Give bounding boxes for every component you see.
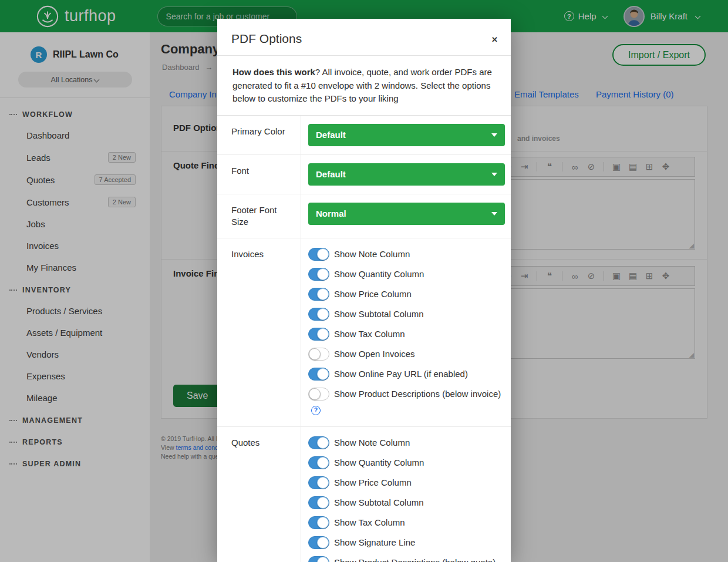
show-subtotal-column-toggle[interactable] [308,496,329,509]
toggle-label: Show Price Column [334,289,412,299]
intro-bold: How does this work [232,67,315,77]
footer-font-size-row: Footer Font Size Normal [217,194,511,239]
invoices-label: Invoices [217,238,301,426]
toggle-knob [317,437,329,449]
show-open-invoices-toggle[interactable] [308,348,329,361]
toggle-label: Show Open Invoices [334,349,415,359]
toggle-row: Show Subtotal Column [308,307,505,321]
pdf-options-modal: PDF Options ✕ How does this work? All in… [217,19,511,562]
toggle-label: Show Tax Column [334,329,405,339]
show-online-pay-url-toggle[interactable] [308,368,329,381]
toggle-row: Show Product Descriptions (below quote) … [308,556,505,562]
toggle-label: Show Quantity Column [334,269,424,279]
primary-color-label: Primary Color [217,116,301,154]
show-price-column-toggle[interactable] [308,476,329,489]
show-note-column-toggle[interactable] [308,436,329,449]
modal-intro: How does this work? All invoice, quote, … [217,56,511,116]
toggle-knob [317,517,329,529]
toggle-knob [317,268,329,280]
footer-font-size-select[interactable]: Normal [308,203,505,225]
selected-value: Default [316,130,346,140]
show-tax-column-toggle[interactable] [308,328,329,341]
toggle-row: Show Subtotal Column [308,496,505,509]
footer-font-size-label: Footer Font Size [217,194,301,238]
toggle-knob [317,477,329,489]
show-tax-column-toggle[interactable] [308,516,329,529]
show-quantity-column-toggle[interactable] [308,456,329,469]
app-window: turfhop ? Help Billy Kraft [0,0,728,562]
toggle-knob [317,457,329,469]
toggle-knob [317,497,329,509]
quotes-label: Quotes [217,427,301,562]
toggle-row: Show Price Column [308,476,505,489]
toggle-row: Show Tax Column [308,327,505,341]
toggle-row: Show Quantity Column [308,456,505,469]
toggle-label: Show Note Column [334,438,410,447]
close-icon[interactable]: ✕ [491,35,498,44]
toggle-knob [317,537,329,548]
show-signature-line-toggle[interactable] [308,536,329,549]
toggle-row: Show Quantity Column [308,267,505,281]
primary-color-row: Primary Color Default [217,116,511,155]
modal-header: PDF Options ✕ [217,19,511,56]
caret-down-icon [491,212,497,216]
toggle-knob [317,288,329,300]
toggle-label: Show Note Column [334,249,410,259]
font-label: Font [217,155,301,194]
show-quantity-column-toggle[interactable] [308,268,329,281]
toggle-label: Show Subtotal Column [334,309,424,319]
font-row: Font Default [217,155,511,194]
primary-color-select[interactable]: Default [308,124,505,146]
toggle-row: Show Note Column [308,436,505,449]
toggle-label: Show Signature Line [334,537,415,547]
toggle-row: Show Price Column [308,287,505,301]
font-select[interactable]: Default [308,163,505,186]
toggle-row: Show Online Pay URL (if enabled) [308,367,505,381]
toggle-knob [317,368,329,380]
toggle-knob [317,308,329,320]
show-product-descriptions-invoice-toggle[interactable] [308,388,329,401]
caret-down-icon [491,133,497,137]
toggle-label: Show Quantity Column [334,457,424,467]
help-question-icon[interactable]: ? [311,406,321,415]
caret-down-icon [491,173,497,176]
toggle-label: Show Product Descriptions (below invoice… [334,389,501,399]
toggle-label: Show Tax Column [334,517,405,527]
toggle-row: Show Product Descriptions (below invoice… [308,387,505,415]
toggle-row: Show Signature Line [308,536,505,549]
invoices-row: Invoices Show Note Column Show Quantity … [217,238,511,427]
toggle-label: Show Product Descriptions (below quote) [334,557,496,562]
show-price-column-toggle[interactable] [308,288,329,301]
selected-value: Default [316,169,346,179]
toggle-knob [317,248,329,260]
quotes-row: Quotes Show Note Column Show Quantity Co… [217,427,511,562]
toggle-row: Show Open Invoices [308,347,505,361]
toggle-label: Show Price Column [334,477,412,487]
toggle-knob [309,348,321,360]
toggle-row: Show Tax Column [308,516,505,529]
toggle-knob [317,328,329,340]
selected-value: Normal [316,208,346,218]
toggle-row: Show Note Column [308,247,505,261]
toggle-knob [317,557,329,562]
toggle-label: Show Subtotal Column [334,497,424,507]
show-product-descriptions-quote-toggle[interactable] [308,556,329,562]
modal-title: PDF Options [231,32,302,45]
toggle-label: Show Online Pay URL (if enabled) [334,369,468,379]
show-subtotal-column-toggle[interactable] [308,308,329,321]
show-note-column-toggle[interactable] [308,248,329,261]
toggle-knob [309,388,321,400]
